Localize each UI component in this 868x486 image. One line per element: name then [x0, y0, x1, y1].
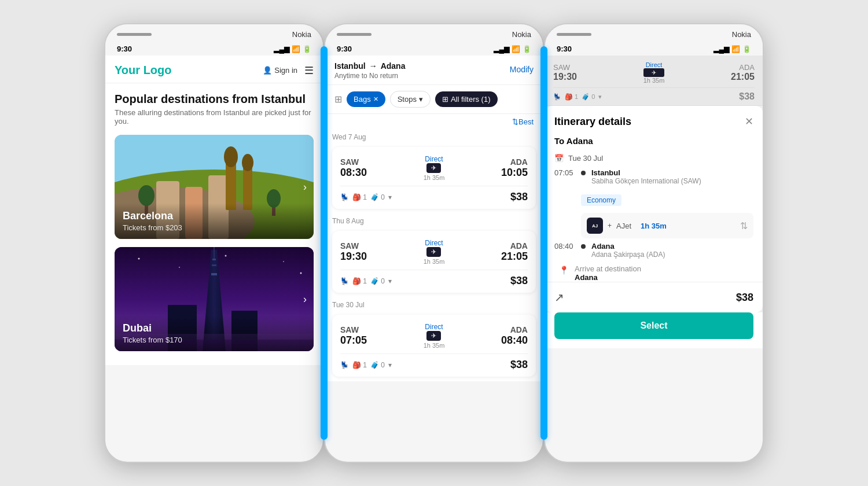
status-bar-1: 9:30 ▂▄▆ 📶 🔋: [105, 42, 323, 56]
arrive-dest-city: Adana: [575, 273, 641, 282]
battery-icon-3: 🔋: [742, 45, 751, 53]
signal-icon-3: ▂▄▆: [713, 45, 729, 53]
all-filters-button[interactable]: ⊞ All filters (1): [435, 91, 498, 107]
bags-filter[interactable]: Bags ✕: [347, 91, 385, 107]
stops-chevron: ▾: [419, 95, 423, 104]
bag-icon-3: 🎒 1: [352, 361, 367, 369]
top-from-code: SAW: [553, 63, 577, 72]
flight1-duration: 1h 35m: [424, 174, 445, 181]
battery-icon-2: 🔋: [523, 45, 531, 53]
select-section: Select: [545, 312, 763, 348]
airline-name: AJet: [616, 222, 631, 230]
flight3-to-time: 08:40: [501, 334, 528, 347]
flight3-from-code: SAW: [340, 325, 367, 334]
arrive-dest-label: Arrive at destination: [575, 264, 641, 273]
header-right: 👤 Sign in ☰: [263, 64, 314, 77]
hamburger-icon[interactable]: ☰: [304, 64, 314, 77]
close-button[interactable]: ✕: [745, 115, 753, 128]
barcelona-card[interactable]: Barcelona Tickets from $203 ›: [115, 135, 314, 239]
airline-logo: AJ: [587, 218, 603, 234]
select-button[interactable]: Select: [554, 312, 753, 339]
flight3-direct-label: Direct: [425, 323, 443, 331]
arrive-stop: 08:40 Adana Adana Şakirpaşa (ADA): [554, 242, 753, 259]
depart-info: Istanbul Sabiha Gökçen International (SA…: [591, 168, 701, 185]
amenities-chevron-3: ▾: [388, 361, 392, 369]
top-price: $38: [739, 91, 755, 102]
sort-icon: ⇅: [512, 117, 518, 126]
barcelona-price: Tickets from $203: [123, 223, 306, 232]
svg-rect-23: [212, 264, 216, 266]
flight3-from: SAW 07:05: [340, 325, 367, 347]
phone3-top-bar: Nokia: [545, 24, 763, 42]
flight2-to-time: 21:05: [501, 251, 528, 263]
user-icon: 👤: [263, 66, 272, 75]
flight3-bottom: 💺 🎒 1 🧳 0 ▾ $38: [340, 354, 528, 371]
itin-footer: ↗ $38: [545, 282, 763, 312]
flight-card-3[interactable]: SAW 07:05 Direct ✈ 1h 35m ADA 08:40: [332, 315, 536, 377]
route-from: Istanbul: [334, 61, 366, 71]
signal-icon: ▂▄▆: [274, 45, 289, 53]
flight-card-1[interactable]: SAW 08:30 Direct ✈ 1h 35m ADA 10:05: [332, 147, 536, 209]
modify-button[interactable]: Modify: [510, 65, 534, 74]
flight-card-2[interactable]: SAW 19:30 Direct ✈ 1h 35m ADA 21:05: [332, 231, 536, 293]
seat-icon-2: 💺: [340, 277, 349, 285]
signal-icon-2: ▂▄▆: [494, 45, 509, 53]
top-direct: Direct ✈ 1h 35m: [643, 61, 665, 84]
flight2-from: SAW 19:30: [340, 241, 367, 263]
stops-label: Stops: [398, 95, 417, 104]
expand-icon[interactable]: ⇅: [740, 220, 748, 231]
calendar-icon: 📅: [554, 154, 564, 163]
wifi-icon-3: 📶: [731, 45, 740, 53]
nokia-label-1: Nokia: [292, 30, 311, 39]
location-icon: 📍: [559, 266, 569, 275]
route-to: Adana: [381, 61, 406, 71]
battery-icon: 🔋: [303, 45, 311, 53]
flight2-airline-badge: ✈: [426, 247, 441, 257]
stops-filter[interactable]: Stops ▾: [390, 91, 431, 108]
flight1-bottom: 💺 🎒 1 🧳 0 ▾ $38: [340, 186, 528, 203]
bags-close[interactable]: ✕: [373, 95, 378, 103]
arrive-airport: Adana Şakirpaşa (ADA): [591, 251, 665, 259]
flight3-amenities: 💺 🎒 1 🧳 0 ▾: [340, 361, 392, 369]
popular-subtitle: These alluring destinations from Istanbu…: [115, 108, 314, 126]
top-bag: 🎒 1: [565, 93, 578, 101]
status-bar-3: 9:30 ▂▄▆ 📶 🔋: [545, 42, 763, 56]
wifi-icon-2: 📶: [512, 45, 520, 53]
dubai-card[interactable]: Dubai Tickets from $170 ›: [115, 247, 314, 351]
flight2-middle: Direct ✈ 1h 35m: [424, 239, 445, 265]
flight-segment: AJ + AJet 1h 35m ⇅: [581, 213, 753, 238]
phone-1: Nokia 9:30 ▂▄▆ 📶 🔋 Your Logo 👤 Sign in ☰: [104, 23, 324, 463]
svg-point-7: [224, 146, 238, 167]
flight2-from-code: SAW: [340, 241, 367, 251]
depart-time: 07:05: [554, 168, 575, 177]
route-dates: Anytime to No return: [334, 72, 534, 80]
bags-label: Bags: [354, 95, 371, 104]
top-airline-badge: ✈: [643, 68, 665, 77]
flight1-from: SAW 08:30: [340, 157, 367, 179]
luggage-icon-3: 🧳 0: [370, 361, 385, 369]
top-direct-label: Direct: [643, 61, 665, 68]
flight-date-3: Tue 30 Jul: [325, 297, 543, 310]
phone1-content: Your Logo 👤 Sign in ☰ Popular destinatio…: [105, 56, 323, 365]
nokia-label-3: Nokia: [732, 30, 751, 39]
flight2-duration: 1h 35m: [424, 258, 445, 265]
popular-section: Popular destinations from Istanbul These…: [105, 83, 323, 365]
arrive-city: Adana: [591, 242, 665, 251]
top-amenities: 💺 🎒 1 🧳 0 ▾: [553, 93, 602, 101]
economy-badge: Economy: [581, 194, 621, 206]
arrive-time: 08:40: [554, 242, 575, 251]
share-button[interactable]: ↗: [554, 290, 564, 304]
flight2-amenities: 💺 🎒 1 🧳 0 ▾: [340, 277, 392, 285]
flight1-direct-label: Direct: [425, 155, 443, 163]
wifi-icon: 📶: [292, 45, 300, 53]
svg-point-15: [138, 258, 140, 260]
sign-in-button[interactable]: 👤 Sign in: [263, 66, 297, 75]
flight1-to-time: 10:05: [501, 167, 528, 179]
depart-city: Istanbul: [591, 168, 701, 177]
svg-point-19: [300, 273, 302, 274]
top-to-code: ADA: [731, 63, 755, 72]
flight2-to: ADA 21:05: [501, 241, 528, 263]
amenities-chevron: ▾: [388, 193, 392, 201]
svg-point-9: [242, 154, 253, 171]
phone2-top-bar: Nokia: [325, 24, 543, 42]
